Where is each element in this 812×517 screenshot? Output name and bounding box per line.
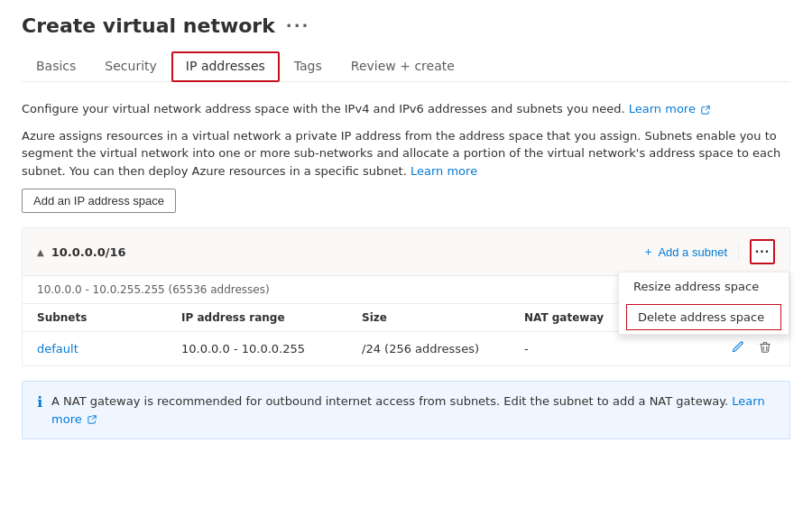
page-title: Create virtual network [22, 14, 275, 37]
more-options-button[interactable]: ··· [750, 239, 775, 264]
divider [738, 244, 739, 260]
subnet-name-cell: default [37, 342, 181, 355]
learn-more-link-2[interactable]: Learn more [411, 164, 477, 178]
description-2: Azure assigns resources in a virtual net… [22, 127, 790, 180]
tab-ip-addresses[interactable]: IP addresses [171, 51, 280, 82]
context-menu: Resize address space Delete address spac… [618, 272, 789, 335]
address-space-header: ▲ 10.0.0.0/16 ＋ Add a subnet ··· Resize … [23, 228, 789, 276]
add-subnet-button[interactable]: ＋ Add a subnet [642, 244, 727, 260]
col-ip-range: IP address range [181, 311, 362, 324]
subnet-name-link[interactable]: default [37, 342, 78, 355]
delete-icon [759, 341, 771, 354]
info-icon: ℹ [37, 393, 42, 411]
address-space-cidr: 10.0.0.0/16 [51, 245, 126, 259]
subnet-ip-range-cell: 10.0.0.0 - 10.0.0.255 [181, 342, 362, 355]
tab-review-create[interactable]: Review + create [337, 51, 469, 82]
col-size: Size [362, 311, 524, 324]
plus-icon: ＋ [642, 244, 654, 260]
external-link-icon-2 [88, 415, 97, 424]
tab-tags[interactable]: Tags [280, 51, 337, 82]
edit-icon [732, 341, 744, 354]
learn-more-link-1[interactable]: Learn more [629, 102, 710, 115]
chevron-up-icon[interactable]: ▲ [37, 247, 44, 257]
tab-security[interactable]: Security [90, 51, 171, 82]
col-subnets: Subnets [37, 311, 181, 324]
info-banner-text: A NAT gateway is recommended for outboun… [51, 392, 775, 428]
table-row: default 10.0.0.0 - 10.0.0.255 /24 (256 a… [23, 332, 789, 365]
page-more-icon[interactable]: ··· [286, 16, 310, 35]
delete-subnet-button[interactable] [755, 339, 775, 358]
tabs-nav: Basics Security IP addresses Tags Review… [22, 51, 790, 82]
edit-subnet-button[interactable] [728, 339, 748, 358]
info-banner: ℹ A NAT gateway is recommended for outbo… [22, 381, 790, 439]
delete-address-space-menu-item[interactable]: Delete address space [626, 304, 781, 330]
subnet-actions [687, 339, 775, 358]
address-space-container: ▲ 10.0.0.0/16 ＋ Add a subnet ··· Resize … [22, 227, 790, 366]
subnet-size-cell: /24 (256 addresses) [362, 342, 524, 355]
external-link-icon-1 [701, 106, 710, 115]
address-space-actions: ＋ Add a subnet ··· [642, 239, 775, 264]
subnet-nat-cell: - [524, 342, 687, 355]
description-1: Configure your virtual network address s… [22, 100, 790, 118]
tab-basics[interactable]: Basics [22, 51, 90, 82]
resize-address-space-menu-item[interactable]: Resize address space [619, 272, 789, 300]
add-ip-address-space-button[interactable]: Add an IP address space [22, 189, 176, 213]
